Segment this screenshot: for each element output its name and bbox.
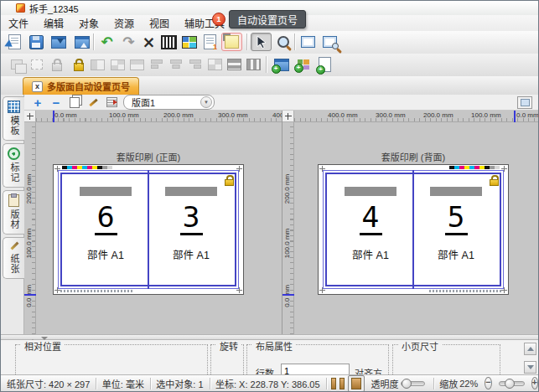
save-icon xyxy=(29,35,44,49)
select-tool-button[interactable] xyxy=(251,33,272,51)
page-slot[interactable]: 6 部件 A1 xyxy=(62,173,149,286)
scroll-up-button[interactable] xyxy=(524,343,536,355)
lock-button[interactable] xyxy=(48,55,66,74)
ruler-origin-crosshair-icon[interactable] xyxy=(24,111,36,122)
sidebar-tab-templates[interactable]: 模板 xyxy=(3,96,24,141)
columns-icon xyxy=(161,35,177,49)
tab-auto-page-number[interactable]: x 多版面自动设置页号 xyxy=(23,77,139,95)
opacity-slider-knob[interactable] xyxy=(402,379,412,389)
panel-splitter[interactable] xyxy=(1,334,538,340)
split-columns-button[interactable] xyxy=(244,55,262,74)
save-button[interactable] xyxy=(26,33,47,51)
multi-pane-view-button[interactable] xyxy=(179,33,200,51)
auto-page-number-icon xyxy=(225,35,239,49)
copy-layout-button[interactable] xyxy=(68,96,81,109)
opacity-preset-1-icon[interactable] xyxy=(331,378,336,389)
tab-close-icon[interactable]: x xyxy=(32,81,43,92)
auto-page-number-tool-button[interactable] xyxy=(221,33,242,51)
page-slot[interactable]: 5 部件 A1 xyxy=(412,173,500,286)
mirror-center-button[interactable] xyxy=(108,55,127,74)
columns-view-button[interactable] xyxy=(158,33,179,51)
zoom-slider-knob[interactable] xyxy=(505,379,515,389)
ungroup-icon xyxy=(31,59,43,70)
split-rows-button[interactable] xyxy=(225,55,243,74)
ruler-label: 200.0 mm xyxy=(163,111,194,119)
group-rotation: 旋转 xyxy=(210,344,244,374)
add-page-button[interactable]: + xyxy=(314,55,335,74)
sidebar-tab-marks[interactable]: 标记 xyxy=(3,143,24,188)
scroll-down-button[interactable] xyxy=(524,361,536,374)
paper-size-status: 纸张尺寸: 420 × 297 xyxy=(1,377,96,390)
step-badge: 1 xyxy=(212,13,225,26)
add-template-button[interactable]: + xyxy=(271,55,292,74)
unlock-button[interactable] xyxy=(70,55,88,74)
fit-view-button[interactable] xyxy=(298,33,319,51)
import-layout-button[interactable] xyxy=(48,33,69,51)
horizontal-ruler: 400.0 mm 300.0 mm 200.0 mm 100.0 mm 0.0 … xyxy=(294,111,538,122)
sidebar-tab-label: 纸张 xyxy=(8,254,19,274)
opacity-preset-3-button[interactable] xyxy=(348,375,365,392)
undo-button[interactable]: ↶ xyxy=(96,33,117,51)
align-left-icon xyxy=(151,59,163,70)
export-layout-button[interactable] xyxy=(71,33,92,51)
sidebar-tab-paper[interactable]: 纸张 xyxy=(3,237,24,279)
align-right-button[interactable] xyxy=(186,55,205,74)
page-number-tool-button[interactable]: 1 xyxy=(200,33,220,51)
ruler-label: 100.0 mm xyxy=(109,111,139,119)
page-header-bar xyxy=(345,187,396,196)
menu-resource[interactable]: 资源 xyxy=(106,15,142,31)
preview-zoom-button[interactable] xyxy=(319,33,340,51)
mirror-horizontal-button[interactable] xyxy=(88,55,106,74)
zoom-in-button[interactable]: + xyxy=(531,377,538,389)
chevron-down-icon[interactable]: ▼ xyxy=(200,96,212,108)
menu-view[interactable]: 视图 xyxy=(142,15,177,31)
remove-layout-button[interactable]: − xyxy=(49,96,63,109)
fit-page-icon xyxy=(301,36,315,48)
rows-input[interactable] xyxy=(281,364,350,374)
cursor-coordinates-status: 坐标: X: 228.78 Y: 386.05 xyxy=(210,377,326,390)
menu-edit[interactable]: 编辑 xyxy=(36,15,71,31)
align-left-button[interactable] xyxy=(148,55,166,74)
redo-button[interactable]: ↷ xyxy=(118,33,139,51)
page-number: 6 xyxy=(95,204,117,235)
ungroup-button[interactable] xyxy=(28,55,46,74)
sidebar-tab-plates[interactable]: 版材 xyxy=(3,190,24,235)
unlock-icon xyxy=(74,63,84,71)
unit-status: 单位: 毫米 xyxy=(96,377,150,390)
mirror-vertical-button[interactable] xyxy=(127,55,146,74)
ruler-label: 0.0 mm xyxy=(54,111,77,119)
split-grid-button[interactable] xyxy=(205,55,224,74)
status-bar: 纸张尺寸: 420 × 297 单位: 毫米 选中对象: 1 坐标: X: 22… xyxy=(1,374,538,391)
opacity-preset-3-icon xyxy=(351,378,361,389)
zoom-out-button[interactable]: − xyxy=(485,377,491,389)
zoom-slider[interactable] xyxy=(499,381,525,386)
front-canvas[interactable]: 套版印刷 (正面) 6 部件 A1 xyxy=(36,122,282,334)
export-list-button[interactable] xyxy=(105,96,118,109)
zoom-tool-button[interactable] xyxy=(272,33,293,51)
opacity-slider[interactable] xyxy=(401,381,424,386)
layout-select[interactable]: 版面1 ▼ xyxy=(123,95,215,110)
canvas-area: 0.0 mm 100.0 mm 200.0 mm 300.0 mm 400.0 … xyxy=(24,111,538,334)
add-group-button[interactable]: + xyxy=(293,55,314,74)
properties-panel: 相对位置 旋转 布局属性 行数 对齐方式 小页尺寸 xyxy=(1,340,538,374)
ruler-origin-crosshair-icon[interactable] xyxy=(282,111,294,122)
press-sheet-front[interactable]: 6 部件 A1 3 部件 A1 xyxy=(53,164,244,295)
add-layout-button[interactable]: + xyxy=(31,96,44,109)
delete-button[interactable]: × xyxy=(138,33,159,51)
back-canvas[interactable]: 套版印刷 (背面) 4 部件 A1 xyxy=(294,122,538,334)
align-center-button[interactable] xyxy=(167,55,185,74)
opacity-preset-2-icon[interactable] xyxy=(339,378,345,389)
panel-toggle-button[interactable] xyxy=(517,96,532,109)
press-sheet-back[interactable]: 4 部件 A1 5 部件 A1 xyxy=(318,164,509,295)
menu-file[interactable]: 文件 xyxy=(1,15,36,31)
group-button[interactable] xyxy=(8,55,26,74)
page-number-icon: 1 xyxy=(204,34,216,49)
import-window-icon xyxy=(51,36,66,49)
new-button[interactable] xyxy=(4,33,25,51)
edit-layout-button[interactable] xyxy=(86,96,100,109)
layout-toolbar: + − 版面1 ▼ xyxy=(24,95,538,111)
page-slot[interactable]: 3 部件 A1 xyxy=(148,173,235,286)
ruler-label: 200.0 mm xyxy=(423,111,453,119)
page-slot[interactable]: 4 部件 A1 xyxy=(327,173,414,286)
menu-object[interactable]: 对象 xyxy=(71,15,106,31)
